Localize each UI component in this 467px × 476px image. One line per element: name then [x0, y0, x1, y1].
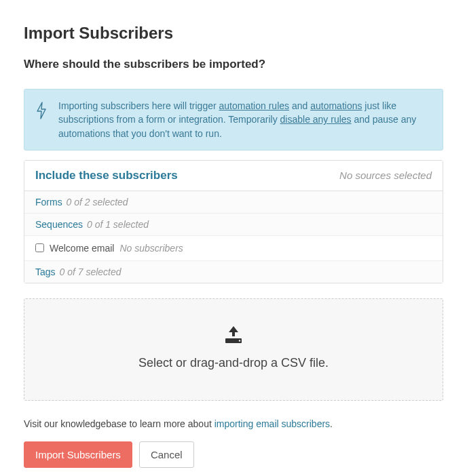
- disable-rules-link[interactable]: disable any rules: [280, 114, 352, 125]
- sequences-counter: 0 of 1 selected: [87, 219, 149, 230]
- page-subtitle: Where should the subscribers be imported…: [24, 58, 443, 71]
- automations-link[interactable]: automations: [310, 100, 362, 111]
- button-row: Import Subscribers Cancel: [24, 441, 443, 468]
- tags-counter: 0 of 7 selected: [59, 266, 121, 277]
- tags-row[interactable]: Tags 0 of 7 selected: [24, 261, 443, 283]
- automation-rules-link[interactable]: automation rules: [219, 100, 290, 111]
- info-banner: Importing subscribers here will trigger …: [24, 89, 443, 151]
- panel-header: Include these subscribers No sources sel…: [24, 161, 443, 191]
- upload-icon: [223, 326, 244, 346]
- include-panel: Include these subscribers No sources sel…: [24, 160, 443, 283]
- import-button[interactable]: Import Subscribers: [24, 441, 132, 468]
- panel-title: Include these subscribers: [35, 169, 178, 182]
- forms-label: Forms: [35, 197, 62, 207]
- sequence-item-meta: No subscribers: [119, 243, 183, 254]
- info-banner-text: Importing subscribers here will trigger …: [58, 99, 432, 140]
- sequence-item: Welcome email No subscribers: [24, 236, 443, 261]
- csv-dropzone[interactable]: Select or drag-and-drop a CSV file.: [24, 298, 443, 401]
- tags-label: Tags: [35, 266, 56, 277]
- forms-counter: 0 of 2 selected: [67, 197, 128, 207]
- panel-status: No sources selected: [339, 170, 432, 181]
- footnote: Visit our knowledgebase to learn more ab…: [24, 418, 443, 429]
- kb-link[interactable]: importing email subscribers: [214, 418, 330, 429]
- page-title: Import Subscribers: [24, 24, 443, 43]
- forms-row[interactable]: Forms 0 of 2 selected: [24, 191, 443, 214]
- sequences-label: Sequences: [35, 219, 83, 230]
- sequence-item-label: Welcome email: [50, 243, 114, 254]
- lightning-icon: [35, 102, 48, 122]
- sequence-checkbox[interactable]: [35, 243, 44, 252]
- sequences-row[interactable]: Sequences 0 of 1 selected: [24, 214, 443, 236]
- dropzone-label: Select or drag-and-drop a CSV file.: [38, 356, 429, 370]
- svg-point-1: [239, 340, 240, 341]
- cancel-button[interactable]: Cancel: [139, 441, 194, 468]
